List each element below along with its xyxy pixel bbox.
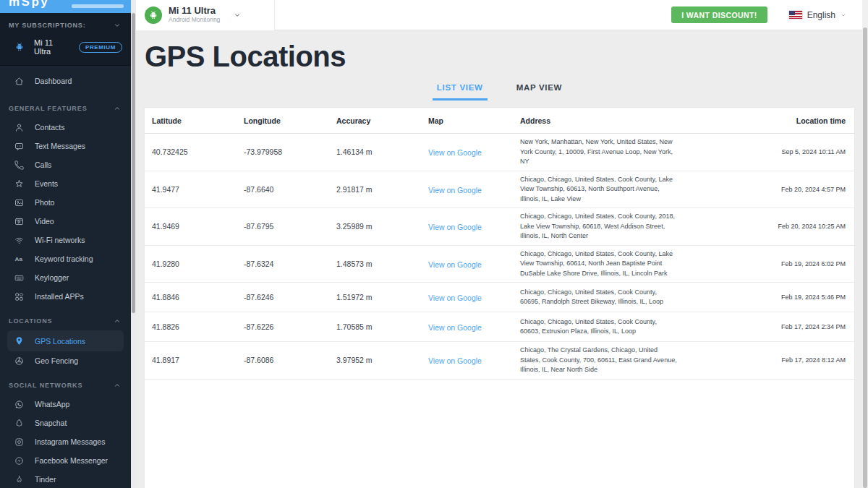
table-row: 41.9280 -87.6324 1.48573 m View on Googl… — [145, 246, 854, 283]
latitude-cell: 41.9477 — [152, 185, 244, 194]
sidebar-item-label: GPS Locations — [35, 337, 85, 346]
home-icon — [14, 76, 25, 87]
tab-list-view[interactable]: LIST VIEW — [433, 79, 488, 100]
latitude-cell: 40.732425 — [152, 147, 244, 156]
sidebar-item[interactable]: Text Messages — [7, 137, 124, 155]
keylogger-icon — [14, 273, 25, 283]
table-row: 41.8917 -87.6086 3.97952 m View on Googl… — [145, 342, 854, 380]
latitude-cell: 41.8826 — [152, 322, 244, 331]
sidebar-item-label: WhatsApp — [35, 400, 69, 408]
my-subscriptions-label: MY SUBSCRIPTIONS: — [9, 22, 85, 29]
sidebar-item[interactable]: WhatsApp — [7, 395, 124, 414]
sidebar-item[interactable]: Geo Fencing — [7, 351, 124, 370]
sidebar-item-label: Keyword tracking — [35, 254, 93, 263]
section-header-general-features[interactable]: GENERAL FEATURES — [0, 93, 131, 118]
topbar: Mi 11 Ultra Android Monitoring I WANT DI… — [136, 0, 862, 30]
section-header-locations[interactable]: LOCATIONS — [0, 306, 131, 330]
main-area: Mi 11 Ultra Android Monitoring I WANT DI… — [136, 0, 862, 488]
column-header-accuracy: Accuracy — [336, 116, 428, 125]
sidebar-item-label: Tinder — [35, 475, 56, 484]
language-selector[interactable]: English — [789, 10, 846, 20]
view-on-google-link[interactable]: View on Google — [428, 186, 482, 194]
view-on-google-link[interactable]: View on Google — [428, 260, 482, 269]
sidebar-item[interactable]: Video — [7, 212, 124, 231]
sidebar-item-label: Dashboard — [35, 77, 72, 85]
snapchat-icon — [14, 418, 25, 429]
content: GPS Locations LIST VIEW MAP VIEW Latitud… — [136, 30, 862, 488]
view-on-google-link[interactable]: View on Google — [428, 323, 482, 332]
device-name: Mi 11 Ultra — [169, 6, 220, 17]
tab-map-view[interactable]: MAP VIEW — [512, 79, 567, 100]
sidebar-item[interactable]: Keylogger — [7, 268, 124, 287]
section-header-label: GENERAL FEATURES — [9, 105, 88, 112]
subscription-device-name: Mi 11 Ultra — [34, 38, 70, 56]
sidebar-item-label: Keylogger — [35, 273, 69, 282]
premium-badge: PREMIUM — [79, 42, 122, 53]
sidebar-item[interactable]: Calls — [7, 155, 124, 174]
sidebar-item[interactable]: Facebook Messenger — [7, 451, 124, 470]
accuracy-cell: 1.46134 m — [336, 147, 428, 156]
contacts-icon — [14, 122, 25, 133]
sidebar-item[interactable]: Events — [7, 174, 124, 193]
sidebar-item[interactable]: Tinder — [7, 470, 124, 488]
accuracy-cell: 1.51972 m — [336, 293, 428, 301]
subscriptions-block: MY SUBSCRIPTIONS: Mi 11 Ultra PREMIUM — [0, 13, 131, 66]
sidebar-item-dashboard[interactable]: Dashboard — [7, 72, 124, 90]
sidebar-item-label: Instagram Messages — [35, 437, 105, 446]
sidebar-item[interactable]: GPS Locations — [7, 330, 124, 351]
sidebar-item[interactable]: Installed APPs — [7, 287, 124, 306]
main-scrollbar-thumb[interactable] — [863, 27, 867, 488]
sidebar-item[interactable]: Keyword tracking — [7, 249, 124, 268]
view-on-google-link[interactable]: View on Google — [428, 148, 482, 157]
table-row: 41.9469 -87.6795 3.25989 m View on Googl… — [145, 208, 854, 246]
sidebar-scrollbar-thumb[interactable] — [132, 13, 135, 313]
keyword-tracking-icon — [14, 254, 25, 265]
video-icon — [14, 216, 25, 227]
accuracy-cell: 3.25989 m — [336, 222, 428, 231]
sidebar-item-label: Wi-Fi networks — [35, 236, 85, 244]
android-icon — [14, 41, 25, 53]
accuracy-cell: 1.70585 m — [336, 322, 428, 331]
latitude-cell: 41.8917 — [152, 356, 244, 364]
app-logo: mSpy — [9, 0, 49, 9]
sidebar-item-label: Contacts — [35, 123, 64, 132]
sidebar-item[interactable]: Instagram Messages — [7, 432, 124, 451]
sidebar-item-label: Video — [35, 217, 54, 226]
photo-icon — [14, 197, 25, 208]
longitude-cell: -87.6226 — [244, 322, 336, 331]
address-cell: Chicago, Chicago, United States, Cook Co… — [520, 317, 678, 337]
longitude-cell: -87.6086 — [244, 356, 336, 364]
accuracy-cell: 1.48573 m — [336, 260, 428, 268]
page-title: GPS Locations — [145, 30, 862, 73]
device-selector[interactable]: Mi 11 Ultra Android Monitoring — [136, 0, 275, 30]
chevron-down-icon — [234, 12, 241, 19]
longitude-cell: -87.6640 — [244, 185, 336, 194]
view-on-google-link[interactable]: View on Google — [428, 223, 482, 231]
latitude-cell: 41.9469 — [152, 222, 244, 231]
language-label: English — [807, 10, 835, 20]
section-header-social-networks[interactable]: SOCIAL NETWORKS — [0, 370, 131, 395]
subscription-item-mi-11-ultra[interactable]: Mi 11 Ultra PREMIUM — [0, 29, 131, 58]
sidebar-item[interactable]: Photo — [7, 193, 124, 212]
wifi-icon — [14, 235, 25, 246]
caret-down-icon — [841, 12, 846, 18]
sidebar-item-label: Calls — [35, 160, 51, 169]
main-scrollbar-track — [862, 0, 868, 488]
table-row: 40.732425 -73.979958 1.46134 m View on G… — [145, 134, 854, 171]
address-cell: Chicago, Chicago, United States, Cook Co… — [520, 212, 678, 241]
accuracy-cell: 3.97952 m — [336, 356, 428, 364]
social-networks-list: WhatsApp Snapchat Instagram Messages Fac… — [0, 395, 131, 488]
chevron-down-icon — [114, 22, 121, 29]
locations-list: GPS Locations Geo Fencing — [0, 330, 131, 370]
view-on-google-link[interactable]: View on Google — [428, 356, 482, 365]
sidebar-item-label: Facebook Messenger — [35, 456, 108, 465]
sidebar-item[interactable]: Wi-Fi networks — [7, 231, 124, 249]
latitude-cell: 41.8846 — [152, 293, 244, 301]
column-header-address: Address — [520, 116, 723, 125]
sidebar-item[interactable]: Contacts — [7, 118, 124, 137]
sidebar-item[interactable]: Snapchat — [7, 414, 124, 432]
discount-button[interactable]: I WANT DISCOUNT! — [671, 7, 767, 23]
view-on-google-link[interactable]: View on Google — [428, 294, 482, 302]
location-time-cell: Feb 19, 2024 6:02 PM — [723, 260, 846, 267]
my-subscriptions-header[interactable]: MY SUBSCRIPTIONS: — [0, 22, 131, 29]
